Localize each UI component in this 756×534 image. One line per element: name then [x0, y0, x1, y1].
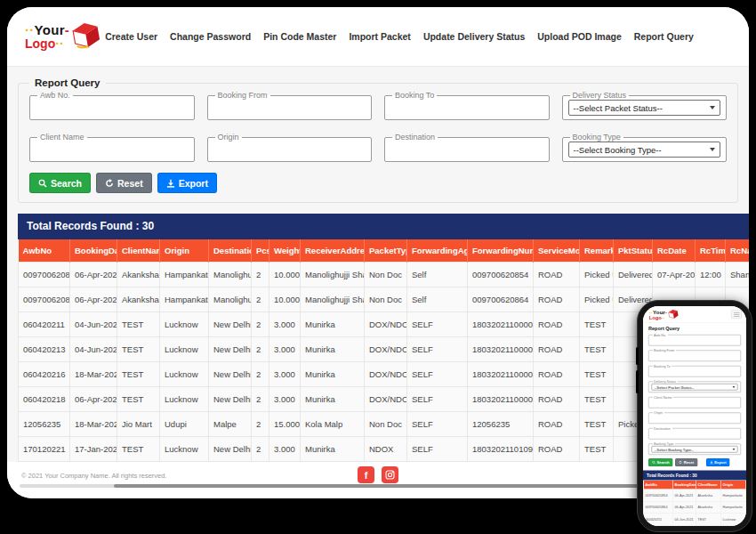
nav-item-update-delivery-status[interactable]: Update Delivery Status: [423, 31, 525, 42]
phone-awb-no-input[interactable]: [652, 338, 738, 344]
table-cell: 009700620864: [19, 287, 70, 312]
nav-item-import-packet[interactable]: Import Packet: [349, 31, 410, 42]
table-cell: 060420213: [19, 336, 70, 361]
phone-awb-no-label: Awb No.: [653, 333, 668, 337]
table-cell: Manolighujji: [209, 287, 252, 312]
table-cell: 15.000: [269, 411, 301, 436]
phone-table-cell: 009700620854: [643, 490, 672, 502]
phone-export-button[interactable]: Export: [706, 458, 730, 466]
table-cell: 3.000: [269, 361, 301, 386]
table-cell: Non Doc: [365, 287, 407, 312]
table-cell: DOX/NDOX: [365, 361, 407, 386]
table-cell: ROAD: [534, 386, 580, 411]
delivery-status-select[interactable]: --Select Packet Status--: [568, 100, 721, 116]
awb-no-input[interactable]: [36, 103, 189, 115]
table-cell: Lucknow: [160, 312, 209, 336]
phone-search-button[interactable]: Search: [648, 458, 673, 466]
table-cell: Delivered: [614, 262, 653, 287]
phone-table-row: 00970062085406-Apr-2021AkankshaHampankat…: [643, 490, 746, 502]
table-cell: 1803202110000001: [468, 336, 534, 361]
table-cell: ROAD: [534, 262, 580, 287]
nav-item-upload-pod-image[interactable]: Upload POD Image: [537, 31, 622, 42]
phone-reset-button[interactable]: Reset: [675, 458, 697, 466]
search-icon: [38, 179, 47, 188]
col-rcname: RcName: [726, 239, 750, 262]
phone-table-header-row: AwbNoBookingDateClientNameOriginDestinat…: [643, 481, 746, 490]
table-cell: TEST: [580, 436, 614, 461]
reset-button[interactable]: Reset: [96, 173, 152, 193]
phone-booking-from-input[interactable]: [652, 354, 738, 360]
awb-no-label: Awb No.: [37, 91, 73, 100]
phone-volume-button: [636, 347, 639, 365]
booking-from-input[interactable]: [213, 103, 366, 115]
facebook-icon[interactable]: f: [358, 466, 374, 483]
menu-icon[interactable]: [731, 311, 742, 320]
phone-screen: ··Your- Logo·· Report Qu: [643, 306, 746, 526]
table-cell: 1803202110000001: [468, 386, 534, 411]
phone-booking-from-field: Booking From: [648, 349, 741, 362]
phone-booking-type-select[interactable]: --Select Booking Type--: [652, 446, 738, 453]
table-cell: 10.000: [269, 262, 301, 287]
app-header: ··Your- Logo·· Create UserChange Passwor…: [7, 7, 749, 67]
table-cell: 2: [252, 436, 269, 461]
nav-item-pin-code-master[interactable]: Pin Code Master: [263, 31, 336, 42]
refresh-icon: [679, 461, 682, 465]
destination-input[interactable]: [390, 145, 543, 157]
booking-from-field: Booking From: [207, 91, 373, 120]
phone-booking-to-input[interactable]: [652, 369, 738, 376]
nav-item-create-user[interactable]: Create User: [105, 31, 157, 42]
phone-client-name-field: Client Name: [648, 395, 741, 409]
phone-results-table: AwbNoBookingDateClientNameOriginDestinat…: [643, 481, 746, 526]
phone-delivery-status-field: Delivery Status--Select Packet Status--: [648, 380, 741, 393]
client-name-field: Client Name: [29, 133, 195, 162]
table-cell: 04-Jun-2021: [70, 336, 117, 361]
origin-input[interactable]: [213, 145, 366, 157]
phone-table-cell: 06-Apr-2021: [672, 501, 696, 514]
phone-table-cell: Akanksha: [696, 490, 720, 502]
table-cell: 04-Jun-2021: [70, 312, 117, 336]
phone-delivery-status-select[interactable]: --Select Packet Status--: [652, 384, 738, 391]
table-cell: 2: [252, 361, 269, 386]
col-awbno: AwbNo: [19, 239, 70, 262]
origin-field: Origin: [207, 133, 373, 162]
table-cell: SELF: [407, 411, 468, 436]
awb-no-field: Awb No.: [29, 91, 195, 120]
phone-table-cell: 060420211: [643, 514, 672, 526]
booking-type-select[interactable]: --Select Booking Type--: [568, 142, 721, 158]
phone-client-name-input[interactable]: [652, 400, 738, 407]
copyright-text: © 2021 Your Company Name. All rights res…: [21, 472, 167, 480]
client-name-input[interactable]: [36, 145, 189, 157]
booking-type-field: Booking Type--Select Booking Type--: [562, 133, 728, 162]
nav-item-change-password[interactable]: Change Password: [170, 31, 251, 42]
col-clientname: ClientName: [117, 239, 160, 262]
phone-header: ··Your- Logo··: [643, 306, 746, 323]
form-actions: Search Reset Export: [29, 173, 727, 193]
table-cell: 2: [252, 312, 269, 336]
search-button[interactable]: Search: [29, 173, 91, 193]
col-forwardingagent: ForwardingAgent: [407, 239, 468, 262]
table-cell: ROAD: [534, 312, 580, 336]
table-cell: 12056235: [19, 411, 70, 436]
table-cell: 3.000: [269, 336, 301, 361]
table-cell: Picked UP: [580, 287, 614, 312]
table-cell: Lucknow: [160, 336, 209, 361]
booking-type-label: Booking Type: [570, 133, 623, 142]
col-pktstatus: PktStatus: [614, 239, 653, 262]
table-cell: Self: [407, 262, 468, 287]
nav-item-report-query[interactable]: Report Query: [634, 31, 694, 42]
table-cell: 17-Jan-2021: [70, 436, 117, 461]
export-button[interactable]: Export: [157, 173, 217, 193]
booking-to-input[interactable]: [390, 103, 543, 115]
table-cell: TEST: [117, 312, 160, 336]
instagram-icon[interactable]: [382, 466, 398, 483]
table-cell: NDOX: [365, 436, 407, 461]
table-cell: 07-Apr-2021: [653, 262, 696, 287]
table-cell: TEST: [117, 361, 160, 386]
table-cell: 060420216: [19, 361, 70, 386]
phone-origin-input[interactable]: [652, 417, 738, 423]
phone-table-cell: Lucknow: [720, 514, 745, 526]
table-cell: DOX/NDOX: [365, 312, 407, 336]
chevron-down-icon: [710, 106, 715, 109]
phone-destination-input[interactable]: [652, 432, 738, 438]
table-cell: Akanksha: [117, 287, 160, 312]
